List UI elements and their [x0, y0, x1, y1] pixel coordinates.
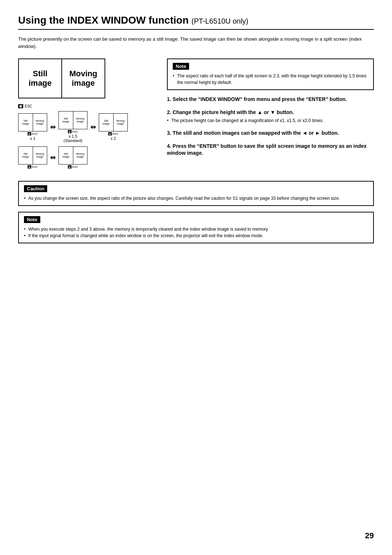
esc-badge: ▩ [18, 104, 23, 108]
arrow-1: ⇔ [50, 123, 56, 131]
small-diagrams-area: Stillimage Movingimage ▩ ESC x 1 ⇔ Still… [18, 111, 156, 169]
diagram-x1: Stillimage Movingimage ▩ ESC x 1 [18, 113, 47, 141]
page-number: 29 [365, 531, 374, 540]
right-column: Note The aspect ratio of each half of th… [167, 58, 374, 172]
step-3: 3. The still and motion images can be sw… [167, 130, 374, 137]
note-box-top: Note The aspect ratio of each half of th… [167, 58, 374, 90]
moving-image-panel: Moving image [62, 59, 105, 98]
note-list-bottom: When you execute steps 2 and 3 above, th… [24, 226, 368, 239]
page-title-suffix: (PT-L6510U only) [192, 17, 249, 25]
arrow-3: ⇔ [50, 154, 56, 162]
small-diagram-row-1: Stillimage Movingimage ▩ ESC x 1 ⇔ Still… [18, 111, 156, 143]
diagram-x2: Stillimage Movingimage ▩ ESC x 2 [99, 113, 128, 141]
caution-list: As you change the screen size, the aspec… [24, 195, 368, 202]
note-list-top: The aspect ratio of each half of the spl… [173, 73, 368, 86]
note-item-bottom-2: If the input signal format is changed wh… [24, 232, 368, 239]
page-title: Using the INDEX WINDOW function (PT-L651… [18, 15, 374, 30]
left-column: Still image Moving image ▩ ESC Stillimag… [18, 58, 156, 172]
caution-item-1: As you change the screen size, the aspec… [24, 195, 368, 202]
diagram-x1-5: Stillimage Movingimage ▩ ESC x 1.5(Stand… [58, 111, 87, 143]
note-item-bottom-1: When you execute steps 2 and 3 above, th… [24, 226, 368, 232]
note-box-bottom: Note When you execute steps 2 and 3 abov… [18, 212, 374, 243]
arrow-2: ⇔ [90, 123, 96, 131]
caution-header: Caution [24, 185, 47, 192]
steps-list: 1. Select the “INDEX WINDOW” from menu a… [167, 96, 374, 157]
small-diagram-row-2: Stillimage Movingimage ▩ ESC ⇔ Stillimag… [18, 146, 156, 169]
note-header-top: Note [173, 63, 189, 70]
step-4: 4. Press the “ENTER” button to save the … [167, 143, 374, 157]
diagram-swap-2: Stillimage Movingimage ▩ ESC [58, 146, 87, 169]
step-1: 1. Select the “INDEX WINDOW” from menu a… [167, 96, 374, 103]
step-2: 2. Change the picture height with the ▲ … [167, 109, 374, 124]
big-split-diagram: Still image Moving image [18, 58, 105, 98]
main-layout: Still image Moving image ▩ ESC Stillimag… [18, 58, 374, 172]
diagram-swap-1: Stillimage Movingimage ▩ ESC [18, 146, 47, 169]
caution-box: Caution As you change the screen size, t… [18, 181, 374, 206]
intro-text: The picture presently on the screen can … [18, 36, 374, 50]
still-image-panel: Still image [19, 59, 62, 98]
step-2-sub-1: The picture height can be changed at a m… [167, 117, 374, 124]
note-item-top-1: The aspect ratio of each half of the spl… [173, 73, 368, 86]
big-diagram-footer: ▩ ESC [18, 104, 105, 108]
note-header-bottom: Note [24, 216, 40, 223]
